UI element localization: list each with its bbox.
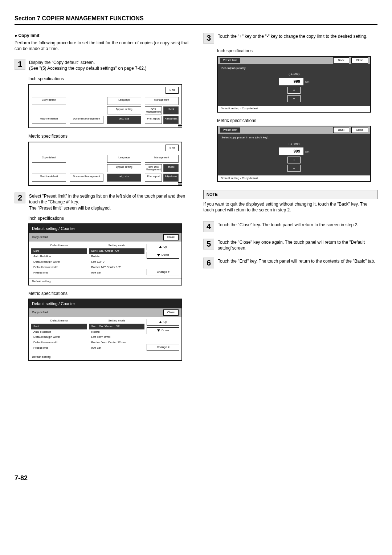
list-item[interactable]: Preset limit [31, 270, 87, 276]
list-item[interactable]: Default margin width [31, 259, 87, 265]
list-item[interactable]: Default erase width [31, 265, 87, 270]
inch-label: Inch specifications [28, 76, 189, 82]
grid-cell[interactable]: Document Management [70, 116, 104, 124]
end-button[interactable]: End [166, 87, 179, 94]
grid-cell[interactable]: BOX Management [145, 106, 162, 115]
preset-prompt: Select copy preset in one job (# key). [221, 136, 367, 140]
close-button[interactable]: Close [163, 309, 179, 316]
change-button[interactable]: Change # [147, 344, 179, 351]
metric-label: Metric specifications [28, 133, 189, 139]
counter-title: Default setting / Counter [29, 224, 181, 233]
preset-title: Preset limit [220, 58, 240, 63]
preset-footer: Default setting - Copy default [218, 106, 370, 112]
back-button[interactable]: Back [333, 57, 349, 64]
range-label: ( 1–999) [289, 142, 299, 146]
change-button[interactable]: Change # [147, 269, 179, 276]
grid-cell[interactable]: Document Management [70, 174, 104, 182]
step-number: 6 [203, 258, 214, 268]
down-button[interactable]: Down [147, 327, 179, 334]
menu-header: Default menu [31, 318, 87, 324]
list-item[interactable]: Sort [31, 324, 87, 329]
grid-cell[interactable]: Management [145, 155, 179, 163]
plus-button[interactable]: + [287, 87, 301, 94]
close-button[interactable]: Close [351, 127, 368, 133]
minus-button[interactable]: − [287, 95, 301, 102]
step-number: 1 [15, 59, 25, 70]
adjustment-button[interactable]: Adjustment [163, 116, 179, 124]
end-button[interactable]: End [166, 145, 179, 151]
list-item[interactable]: Default margin width [31, 335, 87, 340]
counter-panel-inch: Default setting / Counter Copy default C… [28, 223, 182, 285]
list-item: 999 Set [89, 345, 144, 351]
list-item: Sort : On / Offset : Off [89, 248, 144, 254]
grid-cell[interactable]: Machine default [32, 174, 66, 182]
inch-label: Inch specifications [28, 215, 189, 221]
grid-cell[interactable]: Print report [145, 174, 162, 182]
topic-intro: Perform the following procedure to set t… [15, 40, 189, 52]
grid-cell[interactable]: Language [107, 155, 141, 163]
step-5-text: Touch the "Close" key once again. The to… [218, 239, 377, 251]
list-item[interactable]: Sort [31, 248, 87, 254]
topic-title: Copy limit [15, 33, 189, 39]
preset-prompt: Set output quantity. [221, 66, 367, 70]
grid-cell[interactable]: Print report [145, 116, 162, 124]
range-label: ( 1–999) [289, 72, 299, 76]
grid-cell[interactable]: Bypass setting [107, 106, 141, 115]
chevron-down-icon [157, 329, 160, 332]
quantity-value: 999 [279, 78, 303, 85]
grid-cell[interactable]: Machine default [32, 116, 66, 124]
counter-sub-label: Copy default [32, 311, 48, 315]
preset-panel-inch: Preset limit Back Close Set output quant… [217, 56, 371, 113]
step-6: 6 Touch the "End" key. The touch panel w… [203, 258, 377, 268]
step-number: 2 [15, 193, 25, 203]
quantity-value: 999 [279, 147, 303, 155]
grid-cell[interactable]: Copy default [32, 155, 66, 163]
list-item[interactable]: Auto Rotation [31, 329, 87, 335]
metric-label: Metric specifications [28, 291, 189, 296]
step-number: 3 [203, 33, 214, 44]
list-item: Border 1/2" Center 1/2" [89, 265, 144, 270]
list-item: Rotate [89, 254, 144, 259]
left-column: Copy limit Perform the following procedu… [15, 33, 189, 482]
step-number: 5 [203, 239, 214, 250]
up-button[interactable]: Up [147, 319, 179, 326]
step-1-text: Display the "Copy default" screen. [29, 60, 95, 65]
section-header: Section 7 COPIER MANAGEMENT FUNCTIONS [15, 15, 377, 25]
grid-cell[interactable]: Copy default [32, 97, 66, 105]
grid-cell[interactable]: orig. size [107, 174, 141, 182]
counter-panel-metric: Default setting / Counter Copy default C… [28, 299, 182, 361]
step-4: 4 Touch the "Close" key. The touch panel… [203, 221, 377, 232]
check-button[interactable]: check [163, 164, 179, 173]
grid-cell[interactable]: Bypass setting [107, 164, 141, 173]
grid-cell[interactable]: Hard Disk Management [145, 164, 162, 173]
step-2-text2: The "Preset limit" screen will be displa… [29, 206, 111, 211]
counter-title: Default setting / Counter [29, 299, 181, 308]
step-3-text: Touch the "+" key or the "-" key to chan… [218, 33, 367, 44]
list-item[interactable]: Default erase width [31, 340, 87, 345]
chevron-up-icon [159, 246, 162, 248]
plus-button[interactable]: + [287, 157, 301, 163]
step-5: 5 Touch the "Close" key once again. The … [203, 239, 377, 251]
adjustment-button[interactable]: Adjustment [163, 174, 179, 182]
check-button[interactable]: check [163, 106, 179, 115]
minus-button[interactable]: − [287, 165, 301, 172]
grid-cell[interactable]: Language [107, 97, 141, 105]
list-item[interactable]: Preset limit [31, 345, 87, 351]
list-item[interactable]: Auto Rotation [31, 254, 87, 259]
close-button[interactable]: Close [351, 57, 368, 64]
preset-footer: Default setting - Copy default [218, 175, 370, 182]
counter-footer: Default setting [29, 278, 181, 285]
menu-header: Default menu [31, 243, 87, 249]
quantity-unit: Set [305, 80, 309, 84]
down-button[interactable]: Down [147, 252, 179, 259]
grid-cell[interactable]: Management [145, 97, 179, 105]
step-3: 3 Touch the "+" key or the "-" key to ch… [203, 33, 377, 44]
preset-panel-metric: Preset limit Back Close Select copy pres… [217, 126, 371, 182]
grid-cell[interactable]: orig. size [107, 116, 141, 124]
close-button[interactable]: Close [163, 234, 179, 240]
step-1: 1 Display the "Copy default" screen. (Se… [15, 59, 189, 71]
up-button[interactable]: Up [147, 244, 179, 251]
mode-header: Setting mode [89, 243, 144, 249]
step-1-ref: (See "(5) Accessing the copy default set… [29, 66, 146, 71]
back-button[interactable]: Back [333, 127, 349, 133]
